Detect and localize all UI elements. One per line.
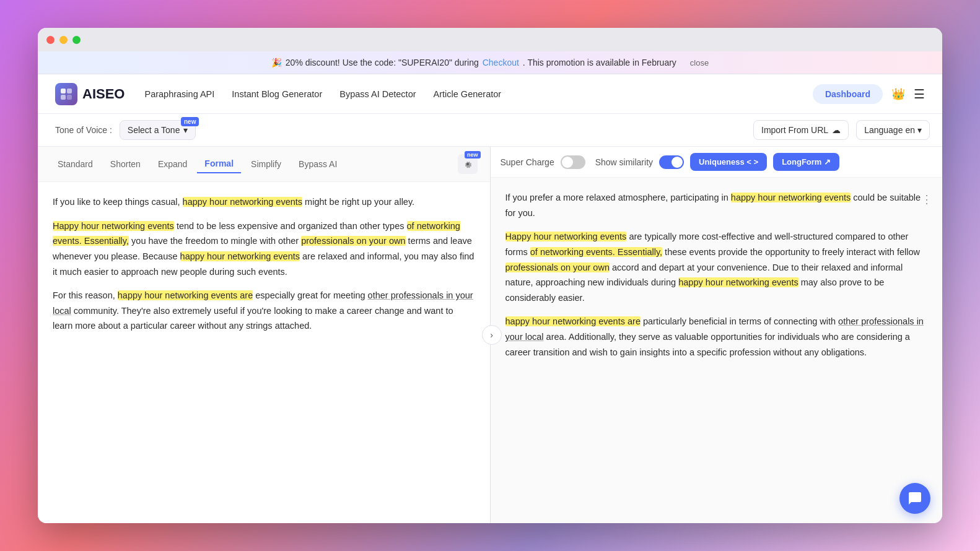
tone-chevron-icon: ▾ [183,125,188,135]
right-text-content: ⋮ If you prefer a more relaxed atmospher… [491,178,943,523]
right-paragraph-3: happy hour networking events are particu… [505,314,928,360]
close-dot[interactable] [46,36,55,44]
right-highlight-5: happy hour networking events [678,277,798,287]
editor-area: Standard Shorten Expand Formal Simplify … [38,147,942,523]
super-charge-label: Super Charge [501,157,554,167]
navbar: AISEO Paraphrasing API Instant Blog Gene… [38,74,942,114]
svg-rect-0 [61,89,66,93]
hamburger-menu-icon[interactable]: ☰ [914,87,925,102]
show-similarity-label: Show similarity [595,157,653,167]
show-similarity-toggle[interactable] [659,155,684,169]
promo-close-button[interactable]: close [690,58,709,67]
tab-formal[interactable]: Formal [197,155,241,173]
upload-icon: ☁ [832,125,841,135]
svg-rect-2 [61,95,66,100]
language-select[interactable]: Language en ▾ [856,120,930,140]
right-highlight-1: happy hour networking events [731,193,851,202]
next-arrow-button[interactable]: › [482,325,502,345]
left-paragraph-2: Happy hour networking events tend to be … [53,219,475,280]
tone-placeholder: Select a Tone [128,125,180,135]
right-paragraph-1: If you prefer a more relaxed atmosphere,… [505,190,928,220]
svg-rect-1 [67,89,72,93]
more-options-icon[interactable]: ⋮ [921,190,932,209]
gear-icon [463,159,473,169]
minimize-dot[interactable] [59,36,68,44]
language-chevron-icon: ▾ [917,125,922,135]
left-panel: Standard Shorten Expand Formal Simplify … [38,147,491,523]
maximize-dot[interactable] [72,36,81,44]
highlight-4: professionals on your own [301,236,405,246]
toolbar: Tone of Voice : Select a Tone ▾ new Impo… [38,114,942,147]
promo-bar: 🎉 20% discount! Use the code: "SUPERAI20… [38,51,942,74]
tab-expand[interactable]: Expand [151,155,195,173]
promo-text: 20% discount! Use the code: "SUPERAI20" … [286,58,479,67]
settings-button[interactable]: new [458,154,478,174]
language-value: en [905,125,915,135]
longform-button[interactable]: LongForm ↗ [773,153,839,171]
right-highlight-2: Happy hour networking events [505,232,627,241]
language-label: Language [864,125,903,135]
tab-bypass-ai[interactable]: Bypass AI [291,155,344,173]
nav-blog-generator[interactable]: Instant Blog Generator [232,89,322,99]
promo-text2: . This promotion is available in Februar… [523,58,676,67]
chat-icon [908,491,922,506]
logo[interactable]: AISEO [55,83,125,105]
tab-simplify[interactable]: Simplify [243,155,289,173]
gear-new-badge: new [465,151,481,158]
nav-links: Paraphrasing API Instant Blog Generator … [144,89,792,99]
nav-bypass-ai[interactable]: Bypass AI Detector [339,89,416,99]
super-charge-toggle[interactable] [561,155,585,169]
dashboard-button[interactable]: Dashboard [813,84,883,104]
tone-select[interactable]: Select a Tone ▾ new [120,120,196,140]
tone-label: Tone of Voice : [55,125,112,135]
tab-shorten[interactable]: Shorten [103,155,148,173]
left-text-content: If you like to keep things casual, happy… [38,182,490,523]
right-paragraph-2: Happy hour networking events are typical… [505,229,928,305]
right-panel: Super Charge Show similarity Uniqueness … [491,147,943,523]
checkout-link[interactable]: Checkout [483,58,519,67]
left-paragraph-3: For this reason, happy hour networking e… [53,288,475,334]
uniqueness-label: Uniqueness < > [699,157,758,167]
titlebar [38,28,942,51]
right-toolbar: Super Charge Show similarity Uniqueness … [491,147,943,178]
logo-icon [55,83,77,105]
new-badge: new [181,117,199,126]
highlight-1: happy hour networking events [183,197,302,207]
uniqueness-button[interactable]: Uniqueness < > [690,153,767,171]
left-paragraph-1: If you like to keep things casual, happy… [53,194,475,210]
chat-button[interactable] [899,483,930,514]
highlight-2: Happy hour networking events [53,221,174,231]
longform-label: LongForm ↗ [782,157,831,167]
nav-article-generator[interactable]: Article Generator [434,89,502,99]
import-url-label: Import From URL [761,125,828,135]
crown-icon[interactable]: 👑 [891,87,905,101]
right-highlight-6: happy hour networking events are [505,316,641,326]
tab-standard[interactable]: Standard [50,155,100,173]
nav-paraphrasing-api[interactable]: Paraphrasing API [144,89,214,99]
logo-text: AISEO [82,86,125,102]
highlight-6: happy hour networking events are [118,290,253,300]
mode-tabs: Standard Shorten Expand Formal Simplify … [38,147,490,182]
right-highlight-3: of networking events. Essentially, [530,247,662,257]
highlight-5: happy hour networking events [180,251,300,261]
svg-rect-3 [67,95,72,100]
nav-actions: Dashboard 👑 ☰ [813,84,925,104]
import-url-button[interactable]: Import From URL ☁ [753,120,849,140]
promo-emoji: 🎉 [271,58,282,67]
highlight-7: other professionals in your local [53,290,473,316]
right-highlight-4: professionals on your own [505,262,610,272]
app-window: 🎉 20% discount! Use the code: "SUPERAI20… [38,28,942,523]
